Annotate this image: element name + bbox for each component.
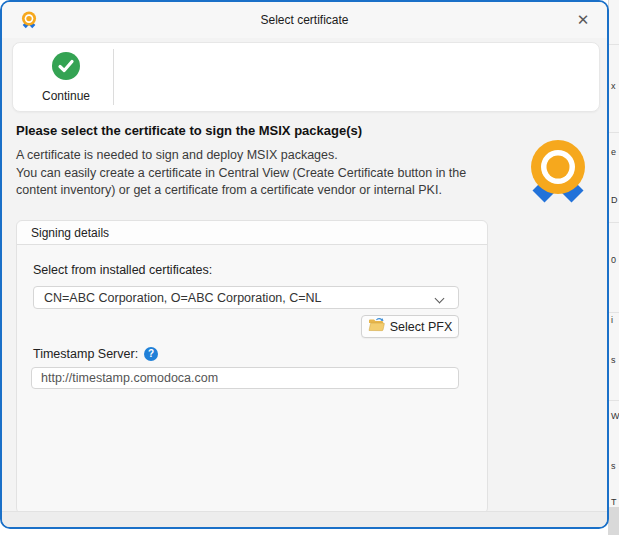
check-circle-icon	[52, 52, 80, 84]
group-header: Signing details	[17, 221, 487, 245]
bg-text-fragment: x	[611, 82, 616, 91]
open-folder-icon	[368, 318, 385, 335]
certificate-combobox-value: CN=ABC Corporation, O=ABC Corporation, C…	[44, 291, 436, 305]
bg-text-fragment: T	[611, 498, 617, 507]
timestamp-label-row: Timestamp Server: ?	[33, 347, 158, 361]
action-toolbar: Continue	[12, 42, 600, 112]
select-pfx-button[interactable]: Select PFX	[361, 315, 459, 338]
bg-text-fragment: i	[611, 316, 613, 325]
bg-text-fragment: D	[611, 196, 618, 205]
close-button[interactable]: ✕	[567, 6, 599, 34]
bg-text-fragment: e	[611, 148, 616, 157]
group-title: Signing details	[31, 226, 109, 240]
bg-text-fragment: s	[611, 356, 616, 365]
toolbar-divider	[113, 49, 114, 105]
signing-details-group: Signing details Select from installed ce…	[16, 220, 488, 514]
continue-button[interactable]: Continue	[25, 47, 107, 107]
window-title: Select certificate	[2, 13, 607, 27]
titlebar: Select certificate ✕	[2, 2, 607, 38]
description-line: A certificate is needed to sign and depl…	[16, 147, 516, 165]
installed-certificates-label: Select from installed certificates:	[33, 263, 212, 277]
description-line: You can easily create a certificate in C…	[16, 165, 516, 183]
select-pfx-label: Select PFX	[390, 320, 453, 334]
select-certificate-dialog: Select certificate ✕ Continue Please sel…	[0, 0, 609, 529]
dialog-footer	[2, 511, 607, 527]
bg-text-fragment: W	[611, 412, 619, 421]
bg-text-fragment: 0	[611, 256, 616, 265]
bg-statusbar	[609, 507, 619, 535]
dialog-heading: Please select the certificate to sign th…	[16, 123, 362, 138]
description-line: content inventory) or get a certificate …	[16, 182, 516, 200]
certificate-combobox[interactable]: CN=ABC Corporation, O=ABC Corporation, C…	[33, 286, 459, 309]
timestamp-server-input[interactable]	[31, 367, 459, 389]
continue-label: Continue	[42, 89, 90, 103]
certificate-medal-illustration	[526, 138, 590, 208]
timestamp-server-label: Timestamp Server:	[33, 347, 138, 361]
help-icon[interactable]: ?	[144, 347, 158, 361]
dialog-description: A certificate is needed to sign and depl…	[16, 147, 516, 200]
background-window-strip: x e D 0 i s W s T	[608, 0, 619, 535]
chevron-down-icon[interactable]	[436, 294, 444, 302]
bg-text-fragment: s	[611, 462, 616, 471]
